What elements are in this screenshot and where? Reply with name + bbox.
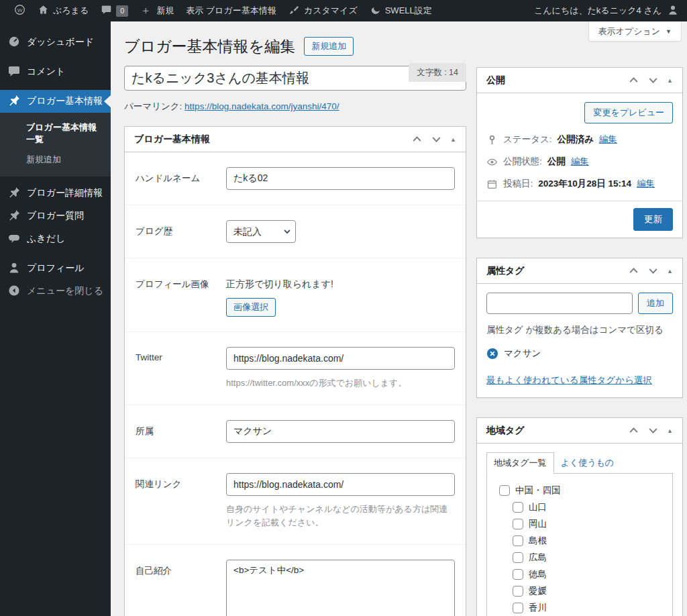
eye-icon: [486, 156, 498, 168]
comment-icon: [101, 4, 112, 17]
status-row: ステータス: 公開済み 編集: [486, 134, 673, 146]
view-post-menu[interactable]: 表示 ブロガー基本情報: [180, 0, 282, 21]
move-down-icon[interactable]: [647, 425, 659, 436]
chevron-down-icon: ▼: [666, 28, 672, 35]
sidebar-item-blogger-basic-info[interactable]: ブロガー基本情報: [0, 90, 111, 113]
choose-from-most-used-link[interactable]: 最もよく使われている属性タグから選択: [486, 374, 652, 387]
sidebar-item-label: メニューを閉じる: [27, 285, 103, 297]
comment-icon: [7, 64, 21, 80]
main-content: ブロガー基本情報を編集 新規追加 文字数 : 14 パーマリンク: https:…: [124, 21, 466, 616]
twitter-row: Twitter https://twitter.com/xxxの形式でお願いしま…: [125, 332, 466, 405]
tag-hint: 属性タグ が複数ある場合はコンマで区切る: [486, 324, 673, 336]
edit-status-link[interactable]: 編集: [599, 134, 617, 146]
edit-visibility-link[interactable]: 編集: [571, 156, 589, 168]
region-checkbox[interactable]: [513, 603, 523, 613]
affiliation-input[interactable]: [226, 420, 455, 443]
field-label: Twitter: [136, 347, 226, 390]
profile-image-note: 正方形で切り取られます!: [226, 273, 455, 291]
add-tag-button[interactable]: 追加: [638, 293, 673, 314]
submenu-item-list[interactable]: ブロガー基本情報一覧: [0, 117, 111, 150]
move-up-icon[interactable]: [411, 134, 423, 145]
affiliation-row: 所属: [125, 405, 466, 458]
site-menu[interactable]: ぶろまる: [32, 0, 95, 21]
admin-sidebar: ダッシュボード コメント ブロガー基本情報 ブロガー基本情報一覧 新規追加 ブロ…: [0, 21, 111, 616]
status-value: 公開済み: [558, 134, 594, 146]
sidebar-item-collapse-menu[interactable]: メニューを閉じる: [0, 280, 111, 303]
field-label: 自己紹介: [136, 560, 226, 616]
visibility-row: 公開状態: 公開 編集: [486, 156, 673, 168]
svg-text:W: W: [17, 7, 23, 13]
region-checkbox-row: 徳島: [494, 566, 666, 582]
region-tags-panel: 地域タグ ▲ 地域タグ一覧 よく使うもの 中国・四国: [476, 417, 683, 616]
visibility-value: 公開: [547, 156, 566, 168]
screen-options-button[interactable]: 表示オプション ▼: [588, 21, 682, 42]
region-checkbox[interactable]: [499, 485, 510, 496]
move-up-icon[interactable]: [628, 74, 639, 86]
sidebar-item-profile[interactable]: プロフィール: [0, 257, 111, 280]
related-link-input[interactable]: [226, 473, 455, 496]
submenu-item-add-new[interactable]: 新規追加: [0, 150, 111, 170]
update-button[interactable]: 更新: [633, 208, 673, 231]
char-count-badge: 文字数 : 14: [409, 63, 466, 82]
view-post-label: 表示 ブロガー基本情報: [186, 5, 276, 17]
tab-most-used[interactable]: よく使うもの: [554, 453, 621, 473]
tab-all-region-tags[interactable]: 地域タグ一覧: [486, 452, 554, 474]
swell-icon: [370, 4, 381, 17]
region-checkbox[interactable]: [513, 519, 523, 529]
field-label: 関連リンク: [136, 473, 226, 529]
move-down-icon[interactable]: [647, 74, 659, 86]
permalink-label: パーマリンク:: [124, 101, 182, 111]
date-label: 投稿日:: [503, 178, 533, 190]
twitter-url-input[interactable]: [226, 347, 455, 370]
customize-menu[interactable]: カスタマイズ: [282, 0, 364, 21]
region-checkbox[interactable]: [513, 552, 523, 563]
sidebar-item-blogger-detail-info[interactable]: ブロガー詳細情報: [0, 182, 111, 205]
add-new-button[interactable]: 新規追加: [304, 37, 354, 56]
handle-name-row: ハンドルネーム: [125, 152, 466, 205]
paintbrush-icon: [288, 4, 300, 17]
sidebar-item-label: ダッシュボード: [27, 36, 94, 48]
region-checkbox[interactable]: [513, 586, 523, 597]
toggle-panel-icon[interactable]: ▲: [667, 427, 673, 434]
remove-tag-icon[interactable]: [486, 348, 498, 360]
toggle-panel-icon[interactable]: ▲: [450, 136, 456, 143]
sidebar-item-label: ふきだし: [27, 233, 65, 245]
home-icon: [38, 4, 49, 17]
new-content-menu[interactable]: ＋ 新規: [134, 0, 180, 21]
edit-date-link[interactable]: 編集: [637, 178, 655, 190]
region-checkbox-row: 中国・四国: [494, 482, 666, 499]
move-down-icon[interactable]: [647, 265, 659, 276]
sidebar-item-dashboard[interactable]: ダッシュボード: [0, 31, 111, 54]
field-label: ハンドルネーム: [136, 167, 226, 190]
profile-image-row: プロフィール画像 正方形で切り取られます! 画像選択: [125, 258, 466, 332]
self-intro-textarea[interactable]: <b>テスト中</b>: [226, 560, 455, 616]
region-checkbox[interactable]: [513, 502, 523, 513]
permalink-link[interactable]: https://blog.nadekata.com/jyanshi/470/: [184, 101, 339, 111]
move-down-icon[interactable]: [431, 134, 442, 145]
field-label: 所属: [136, 420, 226, 443]
move-up-icon[interactable]: [628, 265, 639, 276]
blog-history-select[interactable]: 未記入: [226, 220, 296, 243]
comments-menu[interactable]: 0: [95, 0, 134, 21]
sidebar-item-blogger-questions[interactable]: ブロガー質問: [0, 205, 111, 227]
move-up-icon[interactable]: [628, 425, 639, 436]
preview-changes-button[interactable]: 変更をプレビュー: [584, 102, 673, 123]
region-checkbox[interactable]: [513, 569, 523, 580]
wp-logo-menu[interactable]: W: [8, 0, 32, 21]
select-image-button[interactable]: 画像選択: [226, 298, 276, 317]
account-menu[interactable]: こんにちは、たkるニック4 さん: [534, 4, 679, 18]
dashboard-gauge-icon: [7, 35, 21, 50]
region-tags-title: 地域タグ: [486, 425, 525, 437]
toggle-panel-icon[interactable]: ▲: [667, 268, 673, 274]
region-label: 中国・四国: [515, 484, 561, 497]
calendar-icon: [486, 178, 498, 190]
region-checkbox[interactable]: [513, 535, 523, 546]
sidebar-item-comments[interactable]: コメント: [0, 60, 111, 83]
swell-settings-menu[interactable]: SWELL設定: [364, 0, 438, 21]
new-tag-input[interactable]: [486, 293, 633, 314]
toggle-panel-icon[interactable]: ▲: [667, 77, 673, 84]
handle-name-input[interactable]: [226, 167, 455, 190]
sidebar-item-speech-balloon[interactable]: ふきだし: [0, 227, 111, 250]
region-checklist: 中国・四国 山口 岡山 島根: [486, 473, 673, 616]
region-checkbox-row: 島根: [494, 532, 666, 549]
